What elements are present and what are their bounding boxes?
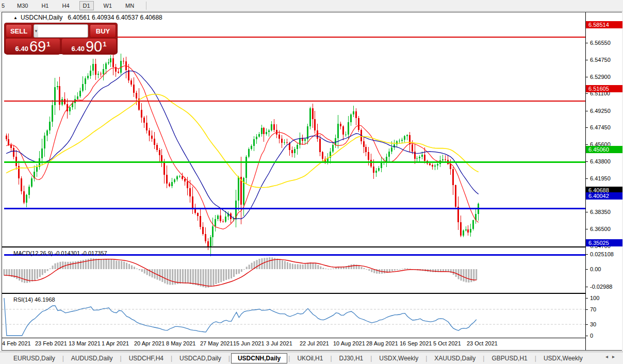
price-marker-6.51605: 6.51605	[586, 85, 622, 92]
date-label: 13 Mar 2021	[69, 340, 101, 346]
timeframe-button-m30[interactable]: M30	[13, 1, 31, 10]
chart-tab-usdx-weekly[interactable]: USDX,Weekly	[373, 353, 424, 363]
chart-tab-usdcnh-daily[interactable]: USDCNH,Daily	[231, 353, 287, 363]
price-marker-6.45060: 6.45060	[586, 146, 622, 153]
sell-quote-tile[interactable]: 6.40 69 1	[6, 39, 60, 55]
price-marker-6.58514: 6.58514	[586, 21, 622, 28]
axis-tick	[586, 287, 588, 287]
axis-tick	[586, 269, 588, 270]
moving-average-10	[6, 65, 479, 229]
axis-tick-label: 0.025108	[590, 251, 614, 257]
candlestick-chart[interactable]	[4, 25, 587, 258]
axis-tick-label: 6.52900	[590, 74, 611, 80]
tab-separator: |	[483, 355, 484, 362]
axis-tick	[586, 144, 588, 145]
axis-tick-label: 100	[590, 295, 599, 301]
timeframe-toolbar: 5M30H1H4D1W1MN	[0, 0, 623, 11]
date-axis: 4 Feb 202123 Feb 202113 Mar 20211 Apr 20…	[2, 338, 585, 350]
chart-tab-usdx-weekly[interactable]: USDX,Weekly	[537, 353, 589, 363]
chart-tab-dj30-h1[interactable]: DJ30,H1	[333, 353, 370, 363]
macd-signal-line	[4, 259, 477, 286]
chart-tab-usdchf-h4[interactable]: USDCHF,H4	[123, 353, 170, 363]
timeframe-button-d1[interactable]: D1	[79, 1, 94, 10]
sell-price-point: 1	[46, 40, 50, 48]
chart-tab-ukoil-h1[interactable]: UKOil,H1	[291, 353, 329, 363]
axis-tick-label: 0.00	[590, 266, 601, 272]
ohlc-values: 6.40561 6.40934 6.40537 6.40688	[68, 14, 162, 21]
axis-tick	[586, 77, 588, 77]
date-label: 23 Feb 2021	[35, 340, 67, 346]
tab-scroll-right-icon[interactable]: ▸	[612, 354, 619, 359]
chart-tab-eurusd-daily[interactable]: EURUSD,Daily	[7, 353, 61, 363]
axis-tick-label: 30	[590, 321, 596, 327]
axis-tick	[586, 43, 588, 43]
rsi-panel[interactable]	[2, 294, 585, 338]
axis-tick	[586, 229, 588, 229]
axis-tick	[586, 111, 588, 111]
axis-tick-label: 6.56550	[590, 40, 611, 46]
timeframe-button-5[interactable]: 5	[0, 1, 7, 10]
price-marker-6.35025: 6.35025	[586, 239, 622, 246]
date-label: 22 Jul 2021	[300, 340, 329, 346]
axis-tick-label: 6.47450	[590, 124, 611, 130]
timeframe-button-h4[interactable]: H4	[58, 1, 73, 10]
panel-separator[interactable]	[2, 293, 585, 294]
axis-tick	[586, 60, 588, 60]
buy-price-base: 6.40	[72, 45, 85, 53]
panel-separator	[2, 338, 585, 338]
date-label: 16 Sep 2021	[400, 340, 432, 346]
chart-tab-audusd-daily[interactable]: AUDUSD,Daily	[65, 353, 119, 363]
volume-decrease-button[interactable]: ▼	[34, 25, 38, 37]
macd-indicator-label: MACD(12,26,9) -0.014301 -0.017357	[13, 250, 107, 256]
axis-tick-label: 0	[590, 333, 593, 339]
buy-quote-tile[interactable]: 6.40 90 1	[62, 39, 116, 55]
buy-price-pips: 90	[86, 39, 102, 54]
chart-tab-xauusd-daily[interactable]: XAUUSD,Daily	[428, 353, 482, 363]
chart-tab-usdcad-daily[interactable]: USDCAD,Daily	[173, 353, 227, 363]
tab-separator: |	[288, 355, 290, 362]
axis-tick	[586, 178, 588, 179]
axis-tick	[586, 309, 588, 310]
buy-price-point: 1	[103, 40, 106, 48]
axis-tick-label: 6.54750	[590, 57, 611, 63]
date-label: 8 May 2021	[166, 340, 195, 346]
price-axis: 6.565506.547506.529006.511006.492506.474…	[585, 12, 622, 350]
timeframe-button-w1[interactable]: W1	[100, 1, 116, 10]
axis-tick-label: 6.49250	[590, 108, 611, 114]
trading-terminal: 5M30H1H4D1W1MN ▲USDCNH,Daily6.40561 6.40…	[0, 0, 623, 364]
axis-tick-label: 6.43800	[590, 158, 611, 164]
volume-input[interactable]	[38, 25, 88, 37]
axis-tick	[586, 212, 588, 212]
tab-scroll-left-icon[interactable]: ◂	[605, 354, 612, 359]
tab-separator: |	[330, 355, 332, 362]
sell-price-base: 6.40	[15, 45, 28, 53]
date-label: 10 Aug 2021	[333, 340, 365, 346]
axis-tick	[586, 298, 588, 299]
date-label: 20 Apr 2021	[134, 340, 165, 346]
timeframe-button-h1[interactable]: H1	[38, 1, 52, 10]
price-marker-6.40042: 6.40042	[586, 192, 622, 200]
date-label: 4 Feb 2021	[2, 340, 31, 346]
date-label: 28 Aug 2021	[366, 340, 398, 346]
sell-price-pips: 69	[29, 39, 46, 54]
chart-tab-bar: EURUSD,Daily|AUDUSD,Daily|USDCHF,H4|USDC…	[0, 352, 623, 364]
axis-tick-label: 70	[590, 306, 596, 312]
axis-tick	[586, 161, 588, 162]
rsi-line	[4, 298, 477, 336]
chart-window	[2, 12, 622, 351]
moving-average-45	[6, 94, 479, 188]
date-label: 1 Apr 2021	[102, 340, 129, 346]
buy-button[interactable]: BUY	[90, 24, 116, 38]
axis-tick-label: -0.02988	[590, 284, 612, 290]
rsi-indicator-label: RSI(14) 46.1968	[13, 296, 55, 303]
chart-tab-gbpusd-h1[interactable]: GBPUSD,H1	[485, 353, 533, 363]
date-label: 27 May 2021	[200, 340, 233, 346]
collapse-triangle-icon[interactable]: ▲	[13, 15, 18, 20]
axis-tick	[586, 324, 588, 325]
timeframe-button-mn[interactable]: MN	[122, 1, 138, 10]
volume-stepper: ▼ ▲	[34, 24, 88, 38]
panel-separator[interactable]	[2, 246, 585, 247]
sell-button[interactable]: SELL	[6, 24, 32, 38]
axis-tick	[586, 93, 588, 94]
tab-separator: |	[370, 355, 372, 362]
